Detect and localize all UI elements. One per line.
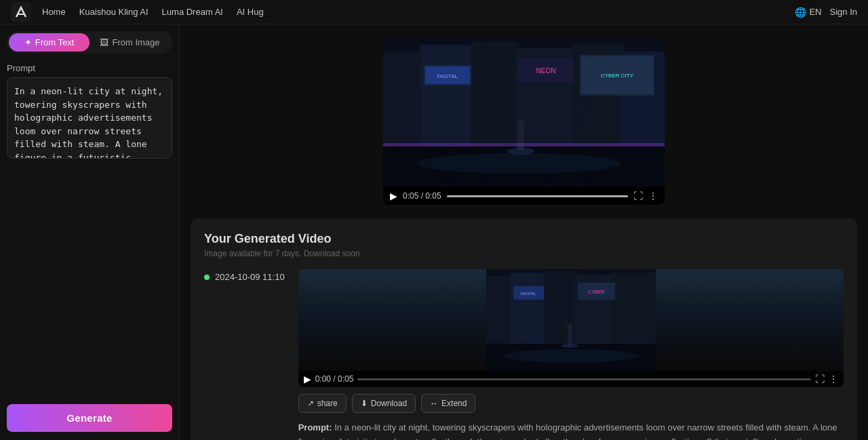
share-button[interactable]: ↗ share <box>298 394 347 413</box>
prompt-prefix: Prompt: <box>298 422 332 433</box>
nav-luma[interactable]: Luma Dream AI <box>162 7 223 17</box>
svg-text:NEON: NEON <box>536 67 556 75</box>
svg-point-25 <box>507 148 534 155</box>
top-video-time: 0:05 / 0:05 <box>403 191 441 201</box>
timeline-dot <box>204 275 210 280</box>
svg-point-17 <box>417 153 620 174</box>
top-progress-track[interactable] <box>447 195 628 197</box>
download-button[interactable]: ⬇ Download <box>352 394 416 413</box>
extend-label: Extend <box>441 399 467 408</box>
share-icon: ↗ <box>307 399 314 408</box>
navbar: Home Kuaishou Kling AI Luma Dream AI AI … <box>0 0 868 24</box>
generated-section: Your Generated Video Image available for… <box>191 218 857 440</box>
tab-from-text[interactable]: ✦ From Text <box>9 33 90 52</box>
timeline-entry: 2024-10-09 11:10 <box>204 272 285 282</box>
nav-home[interactable]: Home <box>42 7 66 17</box>
svg-rect-39 <box>568 329 572 345</box>
image-icon: 🖼 <box>100 37 108 47</box>
signin-button[interactable]: Sign In <box>830 7 857 17</box>
tab-from-text-label: From Text <box>35 37 75 47</box>
play-button-gen[interactable]: ▶ <box>304 374 311 384</box>
action-buttons: ↗ share ⬇ Download ↔ Extend <box>298 387 844 417</box>
svg-rect-0 <box>11 2 31 22</box>
top-video-controls: ▶ 0:05 / 0:05 ⛶ ⋮ <box>383 187 665 205</box>
svg-text:DIGITAL: DIGITAL <box>437 73 458 79</box>
more-options-top[interactable]: ⋮ <box>648 191 658 201</box>
top-video-section: DIGITAL NEON CYBER CITY <box>180 24 868 218</box>
top-video-player: DIGITAL NEON CYBER CITY <box>383 38 665 205</box>
generated-video-time: 0:00 / 0:05 <box>315 374 354 384</box>
svg-text:DIGITAL: DIGITAL <box>520 292 536 296</box>
language-label: EN <box>809 7 821 17</box>
svg-text:CYBER CITY: CYBER CITY <box>601 73 634 79</box>
share-label: share <box>317 399 338 408</box>
download-icon: ⬇ <box>361 399 368 408</box>
extend-button[interactable]: ↔ Extend <box>421 394 475 413</box>
text-icon: ✦ <box>24 37 32 47</box>
fullscreen-button-top[interactable]: ⛶ <box>633 191 643 201</box>
prompt-label: Prompt <box>7 63 172 73</box>
svg-point-38 <box>503 349 639 363</box>
prompt-body: In a neon-lit city at night, towering sk… <box>298 422 837 440</box>
generated-title: Your Generated Video <box>204 232 844 246</box>
svg-rect-26 <box>383 143 665 146</box>
generated-video-card: DIGITAL CYBER <box>298 269 844 387</box>
globe-icon: 🌐 <box>795 7 806 18</box>
play-button-top[interactable]: ▶ <box>390 191 397 201</box>
mode-tabs: ✦ From Text 🖼 From Image <box>7 31 172 54</box>
navbar-right: 🌐 EN Sign In <box>795 7 857 18</box>
top-video-thumbnail: DIGITAL NEON CYBER CITY <box>383 38 665 187</box>
fullscreen-button-gen[interactable]: ⛶ <box>815 374 825 384</box>
tab-from-image[interactable]: 🖼 From Image <box>90 33 170 52</box>
generated-progress-bar[interactable] <box>357 378 811 380</box>
language-selector[interactable]: 🌐 EN <box>795 7 821 18</box>
logo <box>11 2 31 22</box>
svg-point-40 <box>567 324 572 329</box>
generated-content: 2024-10-09 11:10 <box>204 269 844 440</box>
timeline: 2024-10-09 11:10 <box>204 269 285 440</box>
content-area: DIGITAL NEON CYBER CITY <box>180 24 868 440</box>
download-label: Download <box>371 399 407 408</box>
generate-button[interactable]: Generate <box>7 404 172 432</box>
sidebar: ✦ From Text 🖼 From Image Prompt Generate <box>0 24 180 440</box>
tab-from-image-label: From Image <box>112 37 159 47</box>
extend-icon: ↔ <box>430 399 438 408</box>
svg-point-41 <box>561 344 578 348</box>
generated-video-thumbnail: DIGITAL CYBER <box>298 269 844 371</box>
nav-kling[interactable]: Kuaishou Kling AI <box>79 7 149 17</box>
main-layout: ✦ From Text 🖼 From Image Prompt Generate <box>0 24 868 440</box>
more-options-gen[interactable]: ⋮ <box>829 374 838 384</box>
timeline-timestamp: 2024-10-09 11:10 <box>215 272 285 282</box>
prompt-textarea[interactable] <box>7 77 172 159</box>
top-progress-fill <box>447 195 628 197</box>
generated-video-controls: ▶ 0:00 / 0:05 ⛶ ⋮ <box>298 371 844 387</box>
svg-point-24 <box>517 119 525 127</box>
navbar-links: Home Kuaishou Kling AI Luma Dream AI AI … <box>42 7 795 17</box>
generated-video-area: DIGITAL CYBER <box>298 269 844 440</box>
prompt-text-block: Prompt: In a neon-lit city at night, tow… <box>298 417 844 440</box>
svg-text:CYBER: CYBER <box>588 289 604 294</box>
generated-subtitle: Image available for 7 days. Download soo… <box>204 249 844 258</box>
nav-aihug[interactable]: AI Hug <box>237 7 264 17</box>
